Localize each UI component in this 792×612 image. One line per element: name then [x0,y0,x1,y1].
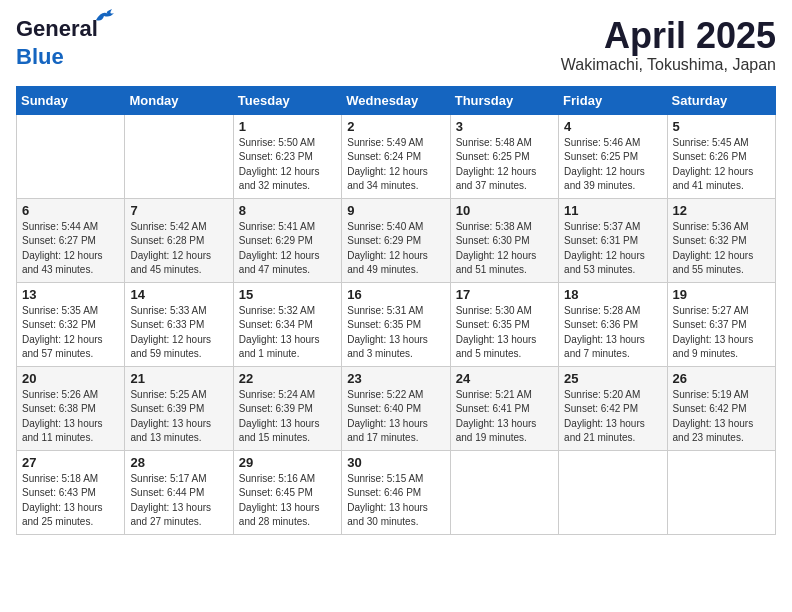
day-info: Sunrise: 5:19 AM Sunset: 6:42 PM Dayligh… [673,388,770,446]
day-number: 12 [673,203,770,218]
day-info: Sunrise: 5:22 AM Sunset: 6:40 PM Dayligh… [347,388,444,446]
day-number: 19 [673,287,770,302]
day-info: Sunrise: 5:20 AM Sunset: 6:42 PM Dayligh… [564,388,661,446]
calendar-cell: 13Sunrise: 5:35 AM Sunset: 6:32 PM Dayli… [17,282,125,366]
calendar-cell: 11Sunrise: 5:37 AM Sunset: 6:31 PM Dayli… [559,198,667,282]
day-number: 4 [564,119,661,134]
day-number: 14 [130,287,227,302]
calendar-cell [667,450,775,534]
calendar-cell: 12Sunrise: 5:36 AM Sunset: 6:32 PM Dayli… [667,198,775,282]
weekday-header-sunday: Sunday [17,86,125,114]
day-info: Sunrise: 5:25 AM Sunset: 6:39 PM Dayligh… [130,388,227,446]
calendar-cell: 27Sunrise: 5:18 AM Sunset: 6:43 PM Dayli… [17,450,125,534]
calendar-cell: 8Sunrise: 5:41 AM Sunset: 6:29 PM Daylig… [233,198,341,282]
calendar-table: SundayMondayTuesdayWednesdayThursdayFrid… [16,86,776,535]
day-info: Sunrise: 5:45 AM Sunset: 6:26 PM Dayligh… [673,136,770,194]
calendar-cell: 15Sunrise: 5:32 AM Sunset: 6:34 PM Dayli… [233,282,341,366]
header: General Blue April 2025 Wakimachi, Tokus… [16,16,776,74]
day-number: 22 [239,371,336,386]
day-info: Sunrise: 5:15 AM Sunset: 6:46 PM Dayligh… [347,472,444,530]
title-block: April 2025 Wakimachi, Tokushima, Japan [561,16,776,74]
weekday-header-monday: Monday [125,86,233,114]
calendar-cell [125,114,233,198]
calendar-cell: 26Sunrise: 5:19 AM Sunset: 6:42 PM Dayli… [667,366,775,450]
day-number: 21 [130,371,227,386]
day-number: 15 [239,287,336,302]
day-info: Sunrise: 5:16 AM Sunset: 6:45 PM Dayligh… [239,472,336,530]
weekday-header-tuesday: Tuesday [233,86,341,114]
weekday-header-saturday: Saturday [667,86,775,114]
logo-blue: Blue [16,44,64,70]
location-title: Wakimachi, Tokushima, Japan [561,56,776,74]
day-info: Sunrise: 5:28 AM Sunset: 6:36 PM Dayligh… [564,304,661,362]
week-row-2: 6Sunrise: 5:44 AM Sunset: 6:27 PM Daylig… [17,198,776,282]
weekday-header-row: SundayMondayTuesdayWednesdayThursdayFrid… [17,86,776,114]
day-info: Sunrise: 5:21 AM Sunset: 6:41 PM Dayligh… [456,388,553,446]
day-number: 3 [456,119,553,134]
day-info: Sunrise: 5:38 AM Sunset: 6:30 PM Dayligh… [456,220,553,278]
calendar-cell [17,114,125,198]
logo-bird-icon [94,8,116,24]
day-number: 27 [22,455,119,470]
day-number: 23 [347,371,444,386]
day-info: Sunrise: 5:48 AM Sunset: 6:25 PM Dayligh… [456,136,553,194]
day-number: 2 [347,119,444,134]
weekday-header-thursday: Thursday [450,86,558,114]
day-number: 7 [130,203,227,218]
day-number: 16 [347,287,444,302]
day-number: 20 [22,371,119,386]
calendar-cell: 17Sunrise: 5:30 AM Sunset: 6:35 PM Dayli… [450,282,558,366]
day-number: 25 [564,371,661,386]
week-row-3: 13Sunrise: 5:35 AM Sunset: 6:32 PM Dayli… [17,282,776,366]
calendar-cell: 28Sunrise: 5:17 AM Sunset: 6:44 PM Dayli… [125,450,233,534]
calendar-cell: 6Sunrise: 5:44 AM Sunset: 6:27 PM Daylig… [17,198,125,282]
day-info: Sunrise: 5:41 AM Sunset: 6:29 PM Dayligh… [239,220,336,278]
weekday-header-friday: Friday [559,86,667,114]
day-number: 8 [239,203,336,218]
day-number: 1 [239,119,336,134]
day-number: 18 [564,287,661,302]
day-number: 24 [456,371,553,386]
calendar-cell: 30Sunrise: 5:15 AM Sunset: 6:46 PM Dayli… [342,450,450,534]
day-info: Sunrise: 5:17 AM Sunset: 6:44 PM Dayligh… [130,472,227,530]
day-number: 13 [22,287,119,302]
day-info: Sunrise: 5:31 AM Sunset: 6:35 PM Dayligh… [347,304,444,362]
day-number: 26 [673,371,770,386]
calendar-cell: 3Sunrise: 5:48 AM Sunset: 6:25 PM Daylig… [450,114,558,198]
calendar-cell: 25Sunrise: 5:20 AM Sunset: 6:42 PM Dayli… [559,366,667,450]
calendar-cell: 22Sunrise: 5:24 AM Sunset: 6:39 PM Dayli… [233,366,341,450]
calendar-cell: 29Sunrise: 5:16 AM Sunset: 6:45 PM Dayli… [233,450,341,534]
day-info: Sunrise: 5:26 AM Sunset: 6:38 PM Dayligh… [22,388,119,446]
day-info: Sunrise: 5:40 AM Sunset: 6:29 PM Dayligh… [347,220,444,278]
month-title: April 2025 [561,16,776,56]
calendar-cell: 1Sunrise: 5:50 AM Sunset: 6:23 PM Daylig… [233,114,341,198]
week-row-1: 1Sunrise: 5:50 AM Sunset: 6:23 PM Daylig… [17,114,776,198]
calendar-cell: 10Sunrise: 5:38 AM Sunset: 6:30 PM Dayli… [450,198,558,282]
calendar-cell: 14Sunrise: 5:33 AM Sunset: 6:33 PM Dayli… [125,282,233,366]
week-row-4: 20Sunrise: 5:26 AM Sunset: 6:38 PM Dayli… [17,366,776,450]
day-number: 17 [456,287,553,302]
calendar-cell: 19Sunrise: 5:27 AM Sunset: 6:37 PM Dayli… [667,282,775,366]
day-number: 9 [347,203,444,218]
calendar-cell: 2Sunrise: 5:49 AM Sunset: 6:24 PM Daylig… [342,114,450,198]
weekday-header-wednesday: Wednesday [342,86,450,114]
day-number: 28 [130,455,227,470]
day-info: Sunrise: 5:18 AM Sunset: 6:43 PM Dayligh… [22,472,119,530]
day-number: 10 [456,203,553,218]
day-info: Sunrise: 5:50 AM Sunset: 6:23 PM Dayligh… [239,136,336,194]
logo: General Blue [16,16,98,70]
week-row-5: 27Sunrise: 5:18 AM Sunset: 6:43 PM Dayli… [17,450,776,534]
calendar-cell [559,450,667,534]
day-info: Sunrise: 5:24 AM Sunset: 6:39 PM Dayligh… [239,388,336,446]
logo-general: General [16,16,98,41]
day-info: Sunrise: 5:33 AM Sunset: 6:33 PM Dayligh… [130,304,227,362]
calendar-cell [450,450,558,534]
day-number: 5 [673,119,770,134]
calendar-cell: 18Sunrise: 5:28 AM Sunset: 6:36 PM Dayli… [559,282,667,366]
calendar-cell: 5Sunrise: 5:45 AM Sunset: 6:26 PM Daylig… [667,114,775,198]
day-info: Sunrise: 5:37 AM Sunset: 6:31 PM Dayligh… [564,220,661,278]
calendar-cell: 16Sunrise: 5:31 AM Sunset: 6:35 PM Dayli… [342,282,450,366]
day-info: Sunrise: 5:32 AM Sunset: 6:34 PM Dayligh… [239,304,336,362]
day-info: Sunrise: 5:36 AM Sunset: 6:32 PM Dayligh… [673,220,770,278]
day-number: 30 [347,455,444,470]
